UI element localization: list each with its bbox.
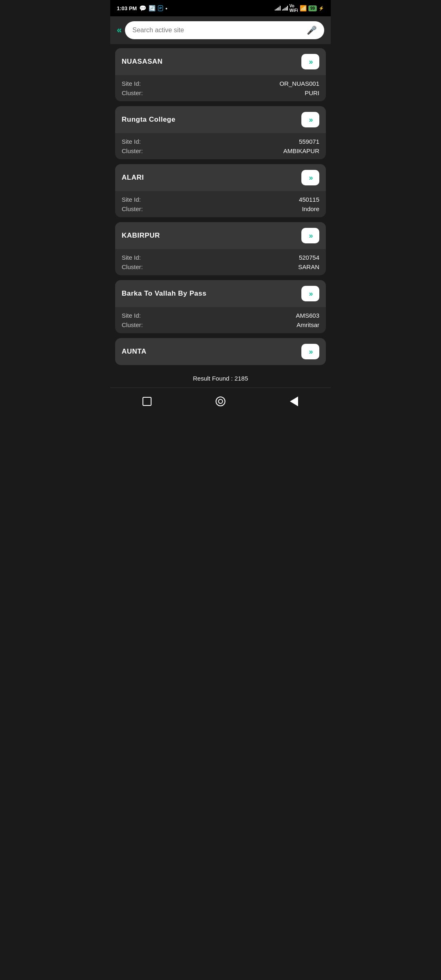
bar3 <box>285 8 285 11</box>
navigate-button[interactable]: » <box>301 286 319 301</box>
battery-indicator: 99 <box>308 5 317 11</box>
sites-list: NUASASAN » Site Id: OR_NUAS001 Cluster: … <box>110 44 331 369</box>
bar4 <box>286 7 287 11</box>
result-footer: Result Found : 2185 <box>110 369 331 388</box>
site-id-label: Site Id: <box>122 254 141 261</box>
cluster-row: Cluster: PURI <box>122 89 319 96</box>
site-card: AUNTA » <box>115 338 326 365</box>
bar5 <box>280 6 281 11</box>
time-display: 1:03 PM <box>117 5 137 11</box>
site-card-header: Rungta College » <box>115 106 326 133</box>
site-card: NUASASAN » Site Id: OR_NUAS001 Cluster: … <box>115 48 326 101</box>
search-bar[interactable]: 🎤 <box>125 21 324 39</box>
site-card-body: Site Id: OR_NUAS001 Cluster: PURI <box>115 75 326 101</box>
site-id-row: Site Id: 559071 <box>122 138 319 145</box>
circle-icon <box>216 396 225 406</box>
site-card-body: Site Id: 450115 Cluster: Indore <box>115 191 326 217</box>
site-name: ALARI <box>122 174 144 182</box>
site-id-label: Site Id: <box>122 312 141 319</box>
site-id-value: 520754 <box>299 254 319 261</box>
whatsapp-icon: 💬 <box>139 5 146 11</box>
site-card-header: Barka To Vallah By Pass » <box>115 280 326 307</box>
navigate-button[interactable]: » <box>301 228 319 243</box>
cluster-row: Cluster: Amritsar <box>122 321 319 328</box>
site-id-label: Site Id: <box>122 80 141 87</box>
cluster-row: Cluster: AMBIKAPUR <box>122 147 319 154</box>
site-card-body: Site Id: AMS603 Cluster: Amritsar <box>115 307 326 333</box>
microphone-icon[interactable]: 🎤 <box>307 25 317 35</box>
site-card: ALARI » Site Id: 450115 Cluster: Indore <box>115 164 326 217</box>
navigate-button[interactable]: » <box>301 344 319 359</box>
bar4 <box>278 7 279 11</box>
cluster-label: Cluster: <box>122 147 143 154</box>
site-id-value: 450115 <box>299 196 319 203</box>
site-card: Barka To Vallah By Pass » Site Id: AMS60… <box>115 280 326 333</box>
site-card-body: Site Id: 559071 Cluster: AMBIKAPUR <box>115 133 326 159</box>
site-name: AUNTA <box>122 347 147 356</box>
cluster-value: SARAN <box>298 263 319 270</box>
charging-icon: ⚡ <box>318 6 324 11</box>
site-name: Rungta College <box>122 116 176 124</box>
cluster-label: Cluster: <box>122 321 143 328</box>
status-bar: 1:03 PM 💬 🔄 P • VoWiFi 📶 99 ⚡ <box>110 0 331 16</box>
site-id-value: AMS603 <box>296 312 319 319</box>
navigate-button[interactable]: » <box>301 54 319 69</box>
cluster-label: Cluster: <box>122 263 143 270</box>
bar1 <box>282 9 283 11</box>
site-id-row: Site Id: OR_NUAS001 <box>122 80 319 87</box>
site-card: KABIRPUR » Site Id: 520754 Cluster: SARA… <box>115 222 326 275</box>
vowifi-label: VoWiFi <box>290 4 298 13</box>
site-card-body: Site Id: 520754 Cluster: SARAN <box>115 249 326 275</box>
status-right: VoWiFi 📶 99 ⚡ <box>275 4 324 13</box>
bar1 <box>275 9 276 11</box>
site-id-label: Site Id: <box>122 138 141 145</box>
battery-level: 99 <box>310 6 315 11</box>
bar3 <box>277 8 278 11</box>
site-id-row: Site Id: 520754 <box>122 254 319 261</box>
site-name: Barka To Vallah By Pass <box>122 290 207 298</box>
site-card-header: NUASASAN » <box>115 48 326 75</box>
back-button[interactable]: « <box>117 25 120 36</box>
bar2 <box>276 9 277 11</box>
cluster-value: Amritsar <box>296 321 319 328</box>
wifi-icon: 📶 <box>300 5 307 11</box>
signal-bars-1 <box>275 6 281 11</box>
site-card-header: AUNTA » <box>115 338 326 365</box>
site-id-row: Site Id: 450115 <box>122 196 319 203</box>
dot-icon: • <box>165 5 167 11</box>
site-name: KABIRPUR <box>122 232 160 240</box>
cluster-row: Cluster: SARAN <box>122 263 319 270</box>
site-card-header: ALARI » <box>115 164 326 191</box>
site-id-value: 559071 <box>299 138 319 145</box>
bottom-nav <box>110 388 331 416</box>
navigate-button[interactable]: » <box>301 112 319 127</box>
paytm-icon: P <box>158 5 163 11</box>
cluster-value: AMBIKAPUR <box>283 147 319 154</box>
recents-button[interactable] <box>138 393 156 410</box>
triangle-icon <box>290 396 298 406</box>
cluster-label: Cluster: <box>122 205 143 212</box>
site-card: Rungta College » Site Id: 559071 Cluster… <box>115 106 326 159</box>
cluster-value: Indore <box>302 205 319 212</box>
sync-icon: 🔄 <box>149 5 156 11</box>
bar2 <box>283 9 284 11</box>
site-card-header: KABIRPUR » <box>115 222 326 249</box>
result-count: Result Found : 2185 <box>193 375 248 382</box>
header: « 🎤 <box>110 16 331 44</box>
square-icon <box>143 397 151 406</box>
home-button[interactable] <box>212 393 229 410</box>
status-left: 1:03 PM 💬 🔄 P • <box>117 5 167 11</box>
search-input[interactable] <box>132 27 303 34</box>
cluster-label: Cluster: <box>122 89 143 96</box>
signal-bars-2 <box>282 6 288 11</box>
cluster-value: PURI <box>305 89 319 96</box>
bar5 <box>287 6 288 11</box>
site-id-row: Site Id: AMS603 <box>122 312 319 319</box>
site-id-label: Site Id: <box>122 196 141 203</box>
site-name: NUASASAN <box>122 58 163 66</box>
cluster-row: Cluster: Indore <box>122 205 319 212</box>
back-nav-button[interactable] <box>285 393 303 410</box>
navigate-button[interactable]: » <box>301 170 319 185</box>
site-id-value: OR_NUAS001 <box>279 80 319 87</box>
